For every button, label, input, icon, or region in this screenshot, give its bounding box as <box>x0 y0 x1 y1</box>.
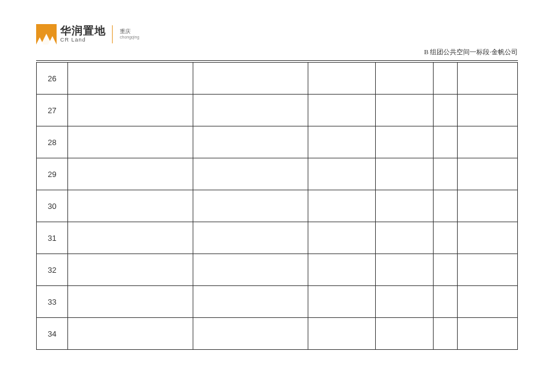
cell <box>67 158 193 190</box>
logo-divider <box>112 25 113 43</box>
cell <box>67 222 193 254</box>
table-row: 32 <box>37 254 518 286</box>
logo-name-cn: 华润置地 <box>60 25 106 37</box>
cell <box>458 126 518 158</box>
cell <box>193 126 308 158</box>
cell <box>67 126 193 158</box>
logo-block: 华润置地 CR Land 重庆 chongqing <box>36 24 518 45</box>
logo-text: 华润置地 CR Land <box>60 25 106 43</box>
cell <box>458 190 518 222</box>
cell <box>458 95 518 126</box>
cell <box>376 286 434 318</box>
cell <box>376 95 434 126</box>
cell <box>434 286 458 318</box>
cell <box>458 222 518 254</box>
cell <box>434 158 458 190</box>
table-container: 262728293031323334 <box>0 62 554 350</box>
cell <box>376 190 434 222</box>
cr-land-logo-icon <box>36 24 57 45</box>
logo-region: 重庆 chongqing <box>120 29 139 40</box>
row-number: 29 <box>37 158 68 190</box>
cell <box>193 63 308 95</box>
cell <box>308 254 376 286</box>
row-number: 28 <box>37 126 68 158</box>
table-row: 30 <box>37 190 518 222</box>
logo-region-en: chongqing <box>120 35 139 40</box>
cell <box>67 95 193 126</box>
cell <box>376 222 434 254</box>
cell <box>67 286 193 318</box>
cell <box>376 63 434 95</box>
cell <box>458 158 518 190</box>
cell <box>434 126 458 158</box>
cell <box>458 63 518 95</box>
cell <box>193 158 308 190</box>
cell <box>193 254 308 286</box>
table-row: 33 <box>37 286 518 318</box>
row-number: 26 <box>37 63 68 95</box>
cell <box>308 286 376 318</box>
table-row: 27 <box>37 95 518 126</box>
table-row: 29 <box>37 158 518 190</box>
table-row: 28 <box>37 126 518 158</box>
cell <box>376 318 434 350</box>
data-table: 262728293031323334 <box>36 62 518 350</box>
cell <box>308 222 376 254</box>
cell <box>67 63 193 95</box>
cell <box>458 286 518 318</box>
cell <box>193 318 308 350</box>
cell <box>67 190 193 222</box>
cell <box>193 190 308 222</box>
cell <box>193 222 308 254</box>
cell <box>434 190 458 222</box>
document-header: 华润置地 CR Land 重庆 chongqing B 组团公共空间一标段·金帆… <box>0 0 554 60</box>
cell <box>458 318 518 350</box>
row-number: 27 <box>37 95 68 126</box>
row-number: 30 <box>37 190 68 222</box>
cell <box>434 63 458 95</box>
cell <box>193 286 308 318</box>
cell <box>308 158 376 190</box>
cell <box>434 95 458 126</box>
row-number: 31 <box>37 222 68 254</box>
cell <box>308 190 376 222</box>
document-label: B 组团公共空间一标段·金帆公司 <box>424 48 518 57</box>
cell <box>434 254 458 286</box>
row-number: 34 <box>37 318 68 350</box>
cell <box>308 63 376 95</box>
table-row: 34 <box>37 318 518 350</box>
cell <box>376 158 434 190</box>
logo-name-en: CR Land <box>60 37 106 43</box>
cell <box>376 126 434 158</box>
cell <box>434 222 458 254</box>
cell <box>193 95 308 126</box>
table-row: 26 <box>37 63 518 95</box>
cell <box>434 318 458 350</box>
row-number: 32 <box>37 254 68 286</box>
cell <box>308 318 376 350</box>
cell <box>67 254 193 286</box>
header-rule <box>36 60 518 61</box>
cell <box>376 254 434 286</box>
cell <box>458 254 518 286</box>
cell <box>308 95 376 126</box>
cell <box>308 126 376 158</box>
table-row: 31 <box>37 222 518 254</box>
row-number: 33 <box>37 286 68 318</box>
logo-region-cn: 重庆 <box>120 29 139 35</box>
cell <box>67 318 193 350</box>
